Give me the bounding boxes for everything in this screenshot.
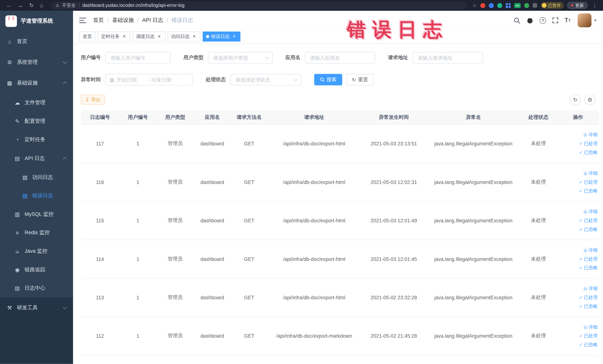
reload-icon[interactable]: ↻ xyxy=(29,2,34,8)
browser-menu-icon[interactable]: ⋮ xyxy=(591,2,598,8)
check-icon: ✓ xyxy=(579,188,583,193)
address-bar[interactable]: ⚠ 不安全 | dashboard.yudao.iocoder.cn/infra… xyxy=(51,1,467,10)
tab-home[interactable]: 首页 xyxy=(79,32,95,42)
detail-link[interactable]: ◎详细 xyxy=(583,285,598,292)
mark-ignored-link[interactable]: ✓已忽略 xyxy=(579,303,598,309)
cell-url: /api/infra/db-doc/export-markdown xyxy=(268,317,361,355)
close-icon[interactable]: × xyxy=(122,34,127,39)
mark-processed-link[interactable]: ✓已处理 xyxy=(579,332,598,339)
reset-button[interactable]: ↻ 重置 xyxy=(346,74,374,85)
processed-label: 已处理 xyxy=(584,140,598,147)
cell-app-name: dashboard xyxy=(194,163,231,201)
fullscreen-icon[interactable] xyxy=(552,17,558,23)
search-icon[interactable] xyxy=(514,17,520,23)
sidebar-item-file-management[interactable]: ☁ 文件管理 xyxy=(0,94,73,112)
sidebar-item-access-logs[interactable]: ▧ 访问日志 xyxy=(0,168,73,187)
check-icon: ✓ xyxy=(579,333,583,338)
tab-scheduled-tasks[interactable]: 定时任务 × xyxy=(98,32,130,42)
sidebar-item-dev-tools[interactable]: ⚒ 研发工具 xyxy=(0,297,73,318)
process-status-label: 处理状态 xyxy=(206,76,226,83)
breadcrumb-item[interactable]: API 日志 xyxy=(142,17,163,24)
extension-grid-icon[interactable] xyxy=(506,3,511,8)
extension-icon-red[interactable] xyxy=(480,3,485,8)
sidebar-item-log-center[interactable]: ▤ 日志中心 xyxy=(0,279,73,297)
breadcrumb-item[interactable]: 基础设施 xyxy=(112,17,134,24)
github-icon[interactable] xyxy=(526,17,533,24)
detail-link[interactable]: ◎详细 xyxy=(583,324,598,330)
exception-time-range-picker[interactable]: ▦ - xyxy=(105,74,193,85)
refresh-button[interactable]: ↻ xyxy=(570,94,581,105)
sidebar-item-java-monitor[interactable]: ☕ Java 监控 xyxy=(0,242,73,260)
close-icon[interactable]: × xyxy=(232,34,237,39)
end-date-input[interactable] xyxy=(151,77,180,82)
mark-processed-link[interactable]: ✓已处理 xyxy=(579,294,598,301)
search-button[interactable]: 搜索 xyxy=(314,74,342,85)
mark-processed-link[interactable]: ✓已处理 xyxy=(579,179,598,185)
detail-link[interactable]: ◎详细 xyxy=(583,247,598,253)
sidebar-item-infrastructure[interactable]: ▦ 基础设施 xyxy=(0,73,73,94)
detail-link[interactable]: ◎详细 xyxy=(583,131,598,138)
mark-ignored-link[interactable]: ✓已忽略 xyxy=(579,226,598,233)
request-url-input[interactable] xyxy=(413,52,483,63)
pencil-icon: ✎ xyxy=(14,118,21,124)
forward-icon[interactable]: → xyxy=(18,2,23,8)
extension-on-badge[interactable]: on xyxy=(514,3,521,8)
sidebar-item-scheduled-tasks[interactable]: ◔ 定时任务 xyxy=(0,130,73,149)
sidebar-item-system-management[interactable]: ⚙ 系统管理 xyxy=(0,52,73,73)
extension-icon-blue[interactable] xyxy=(489,3,494,8)
security-label[interactable]: 不安全 xyxy=(62,2,76,9)
app-logo[interactable]: 芋道管理系统 xyxy=(0,11,73,31)
breadcrumb-separator: / xyxy=(137,17,139,23)
cell-app-name: dashboard xyxy=(194,240,231,278)
chevron-down-icon xyxy=(63,60,67,64)
sidebar-item-home[interactable]: ⌂ 首页 xyxy=(0,31,73,52)
close-icon[interactable]: × xyxy=(156,34,162,39)
cell-user-type: 管理员 xyxy=(156,124,194,163)
app-name-input[interactable] xyxy=(305,52,375,63)
detail-link[interactable]: ◎详细 xyxy=(583,208,598,215)
export-button[interactable]: ↧ 导出 xyxy=(81,94,105,105)
extensions-puzzle-icon[interactable] xyxy=(533,3,537,8)
page-url[interactable]: dashboard.yudao.iocoder.cn/infra/log/api… xyxy=(82,3,185,8)
extension-icon-green[interactable] xyxy=(524,3,529,8)
font-size-icon[interactable]: TT xyxy=(565,17,571,23)
paused-badge[interactable]: 已暂停 xyxy=(541,2,564,9)
sidebar-item-redis-monitor[interactable]: ≡ Redis 监控 xyxy=(0,223,73,242)
close-icon[interactable]: × xyxy=(191,34,197,39)
tab-error-logs[interactable]: 错误日志 × xyxy=(203,32,240,42)
bookmark-star-icon[interactable]: ☆ xyxy=(472,2,477,8)
tab-access-logs[interactable]: 访问日志 × xyxy=(168,32,200,42)
back-icon[interactable]: ← xyxy=(6,2,12,8)
date-range-separator: - xyxy=(147,77,149,82)
extension-icon-teal[interactable] xyxy=(497,3,502,8)
detail-link[interactable]: ◎详细 xyxy=(583,170,598,176)
mark-ignored-link[interactable]: ✓已忽略 xyxy=(579,149,598,156)
column-settings-button[interactable]: ⚙ xyxy=(584,94,595,105)
column-header-log-id: 日志编号 xyxy=(81,110,119,124)
mark-ignored-link[interactable]: ✓已忽略 xyxy=(579,264,598,271)
mark-processed-link[interactable]: ✓已处理 xyxy=(579,217,598,224)
sidebar-item-api-logs[interactable]: ▤ API 日志 xyxy=(0,149,73,168)
help-icon[interactable]: ? xyxy=(540,17,546,23)
mark-ignored-link[interactable]: ✓已忽略 xyxy=(579,341,598,348)
update-button[interactable]: 更新 xyxy=(567,2,588,9)
mark-ignored-link[interactable]: ✓已忽略 xyxy=(579,188,598,194)
sidebar-toggle-icon[interactable] xyxy=(79,18,86,23)
sidebar-item-mysql-monitor[interactable]: ▥ MySQL 监控 xyxy=(0,205,73,224)
sidebar-item-error-logs[interactable]: ▨ 错误日志 xyxy=(0,187,73,205)
sidebar-item-config-management[interactable]: ✎ 配置管理 xyxy=(0,112,73,130)
mark-processed-link[interactable]: ✓已处理 xyxy=(579,256,598,262)
sidebar-item-trace[interactable]: ◉ 链路追踪 xyxy=(0,260,73,279)
user-menu[interactable] xyxy=(578,13,597,27)
mark-processed-link[interactable]: ✓已处理 xyxy=(579,140,598,147)
start-date-input[interactable] xyxy=(116,77,145,82)
breadcrumb-item[interactable]: 首页 xyxy=(93,17,104,24)
user-id-input[interactable] xyxy=(105,52,171,63)
browser-home-icon[interactable]: ⌂ xyxy=(40,2,43,8)
check-icon: ✓ xyxy=(579,218,583,223)
cell-url: /api/infra/db-doc/export-html xyxy=(268,163,361,201)
process-status-select[interactable] xyxy=(231,74,302,85)
browser-actions: ☆ on 已暂停 更新 ⋮ xyxy=(472,2,599,9)
tab-schedule-logs[interactable]: 调度日志 × xyxy=(133,32,165,42)
user-type-select[interactable] xyxy=(208,52,273,63)
